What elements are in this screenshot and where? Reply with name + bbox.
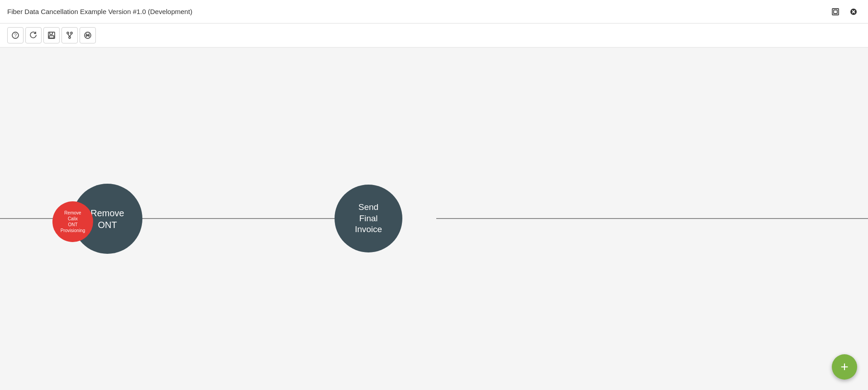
svg-text:?: ? <box>14 33 17 38</box>
page-title: Fiber Data Cancellation Example Version … <box>7 8 192 15</box>
save-button[interactable] <box>43 27 60 43</box>
add-icon: + <box>840 360 849 374</box>
svg-line-14 <box>70 34 71 37</box>
svg-point-11 <box>71 32 72 34</box>
svg-point-12 <box>69 37 71 38</box>
toolbar: ? <box>0 24 868 48</box>
add-button[interactable]: + <box>832 354 857 380</box>
svg-rect-8 <box>50 32 52 34</box>
maximize-button[interactable] <box>828 5 843 19</box>
merge-button[interactable] <box>61 27 78 43</box>
send-final-invoice-label: Send Final Invoice <box>355 202 382 235</box>
svg-point-10 <box>67 32 69 34</box>
svg-rect-1 <box>834 10 837 14</box>
remove-ont-label: Remove ONT <box>90 207 124 231</box>
tag-button[interactable] <box>80 27 96 43</box>
top-bar-actions <box>828 5 861 19</box>
svg-line-13 <box>68 34 70 37</box>
canvas: Remove ONT Remove Calix ONT Provisioning… <box>0 48 868 390</box>
top-bar: Fiber Data Cancellation Example Version … <box>0 0 868 24</box>
svg-rect-9 <box>49 36 54 38</box>
remove-calix-ont-node[interactable]: Remove Calix ONT Provisioning <box>52 201 93 242</box>
refresh-button[interactable] <box>25 27 42 43</box>
close-button[interactable] <box>846 5 861 19</box>
remove-calix-ont-label: Remove Calix ONT Provisioning <box>61 210 85 233</box>
send-final-invoice-node[interactable]: Send Final Invoice <box>335 185 402 252</box>
help-button[interactable]: ? <box>7 27 24 43</box>
